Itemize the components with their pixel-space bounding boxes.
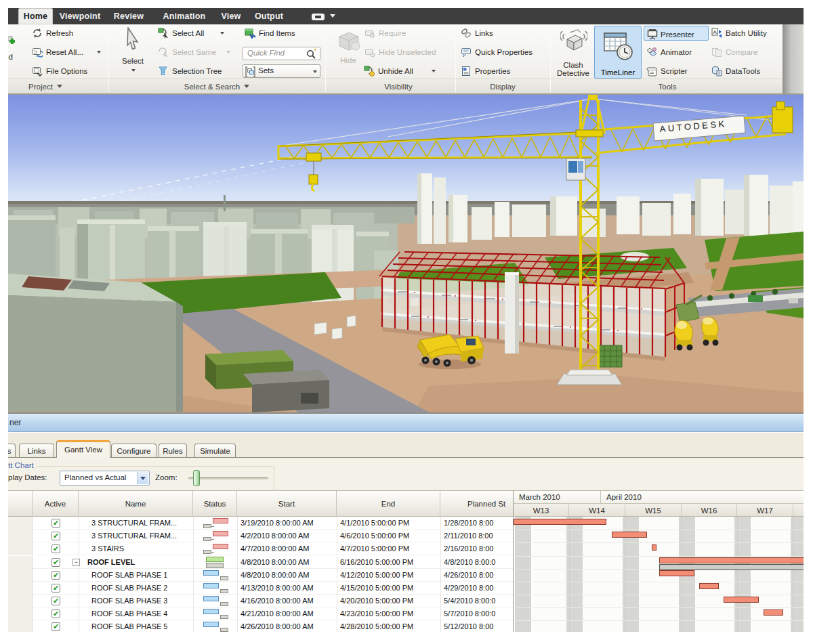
select-same-button[interactable]: Select Same: [158, 46, 239, 58]
gantt-view-body: tt Chart play Dates: Planned vs Actual Z…: [8, 458, 804, 632]
tab-gantt-view[interactable]: Gantt View: [56, 440, 110, 458]
active-checkbox[interactable]: [51, 584, 60, 593]
task-start: 4/2/2010 8:00:00 AM: [241, 532, 335, 540]
ribbon-tab-view[interactable]: View: [219, 8, 243, 24]
compare-button[interactable]: Compare: [711, 46, 772, 58]
header-status[interactable]: Status: [193, 491, 237, 517]
task-row[interactable]: ROOF SLAB PHASE 4 4/21/2010 8:00:00 AM4/…: [8, 607, 513, 620]
tab-tasks-partial[interactable]: s: [8, 444, 16, 458]
expander-icon[interactable]: −: [72, 559, 80, 566]
task-row[interactable]: 3 STRUCTURAL FRAM... 3/19/2010 8:00:00 A…: [8, 517, 513, 530]
gantt-header: March 2010April 2010W13W14W15W16W17: [513, 490, 804, 517]
task-row[interactable]: 3 STRUCTURAL FRAM... 4/2/2010 8:00:00 AM…: [8, 530, 513, 542]
zoom-slider-thumb[interactable]: [193, 470, 200, 486]
active-checkbox[interactable]: [51, 622, 60, 631]
timeliner-titlebar[interactable]: ner: [8, 414, 804, 432]
task-row[interactable]: ROOF SLAB PHASE 5 4/26/2010 8:00:00 AM4/…: [8, 620, 513, 632]
unhide-all-button[interactable]: Unhide All: [364, 65, 442, 77]
active-checkbox[interactable]: [51, 571, 60, 580]
sets-dropdown[interactable]: Sets: [243, 64, 320, 78]
scripter-button[interactable]: Scripter: [646, 65, 707, 77]
viewport-3d-scene[interactable]: AUTODESK: [8, 95, 804, 412]
append-button-partial[interactable]: nd: [8, 26, 18, 77]
combo-dropdown-icon[interactable]: [137, 472, 148, 484]
active-checkbox[interactable]: [51, 609, 60, 618]
task-row[interactable]: ROOF SLAB PHASE 1 4/8/2010 8:00:00 AM4/1…: [8, 569, 513, 582]
quick-properties-button[interactable]: Quick Properties: [461, 46, 549, 58]
row-selector[interactable]: [8, 582, 33, 595]
properties-button[interactable]: Properties: [461, 65, 535, 77]
zoom-slider-track[interactable]: [188, 477, 268, 479]
gantt-bar-planned[interactable]: [659, 564, 804, 570]
gantt-bar-actual[interactable]: [612, 532, 647, 538]
ribbon-tab-review[interactable]: Review: [112, 8, 145, 24]
table-header: Active Name Status Start End Planned St: [8, 490, 513, 517]
gantt-bar-actual[interactable]: [724, 597, 759, 603]
timeliner-button-selected[interactable]: TimeLiner: [594, 26, 642, 79]
ribbon-tab-output[interactable]: Output: [253, 8, 285, 24]
gantt-bar-actual[interactable]: [659, 557, 804, 563]
select-button[interactable]: Select: [115, 26, 150, 77]
presenter-button-selected[interactable]: Presenter: [644, 26, 709, 41]
file-options-button[interactable]: File Options: [32, 65, 120, 77]
active-checkbox[interactable]: [51, 544, 60, 553]
row-selector[interactable]: [8, 607, 33, 620]
ribbon-tab-home[interactable]: Home: [18, 8, 53, 24]
clash-detective-button[interactable]: Clash Detective: [554, 26, 592, 79]
row-selector[interactable]: [8, 569, 33, 582]
refresh-button[interactable]: Refresh: [32, 27, 113, 39]
render-movie-icon[interactable]: [312, 14, 325, 20]
row-selector[interactable]: [8, 530, 33, 542]
active-checkbox[interactable]: [51, 532, 60, 540]
tab-configure[interactable]: Configure: [111, 444, 157, 458]
ribbon-right-filler: [783, 24, 804, 93]
ribbon-overflow-caret[interactable]: [330, 14, 335, 18]
row-selector[interactable]: [8, 620, 33, 632]
header-active[interactable]: Active: [33, 491, 79, 517]
links-button[interactable]: Links: [461, 27, 508, 39]
header-start[interactable]: Start: [237, 491, 337, 517]
task-row[interactable]: −ROOF LEVEL 4/8/2010 8:00:00 AM6/16/2010…: [8, 556, 513, 569]
datatools-button[interactable]: DataTools: [711, 65, 772, 77]
select-all-button[interactable]: Select All: [158, 27, 232, 39]
row-selector[interactable]: [8, 556, 33, 569]
gantt-bar-actual[interactable]: [514, 519, 606, 525]
task-row[interactable]: ROOF SLAB PHASE 3 4/16/2010 8:00:00 AM4/…: [8, 595, 513, 607]
require-button[interactable]: Require: [364, 27, 425, 39]
scripter-icon: [646, 66, 657, 77]
task-row[interactable]: ROOF SLAB PHASE 2 4/13/2010 8:00:00 AM4/…: [8, 582, 513, 595]
gantt-bar-actual[interactable]: [652, 544, 656, 551]
header-name[interactable]: Name: [79, 491, 193, 517]
ribbon-tab-viewpoint[interactable]: Viewpoint: [58, 8, 102, 24]
find-items-button[interactable]: Find Items: [245, 27, 312, 39]
gantt-bar-actual[interactable]: [764, 609, 783, 616]
row-selector[interactable]: [8, 542, 33, 555]
task-row[interactable]: 3 STAIRS 4/7/2010 8:00:00 AM4/7/2010 5:0…: [8, 542, 513, 555]
header-planned-start[interactable]: Planned St: [440, 491, 513, 517]
hide-button[interactable]: Hide: [332, 26, 364, 77]
ribbon-tab-animation[interactable]: Animation: [161, 8, 207, 24]
tab-links[interactable]: Links: [19, 444, 54, 458]
quick-find-input[interactable]: Quick Find: [243, 47, 320, 60]
animator-button[interactable]: Animator: [646, 46, 707, 58]
tab-rules[interactable]: Rules: [159, 444, 187, 458]
group-label-select-search[interactable]: Select & Search: [169, 81, 264, 92]
batch-utility-button[interactable]: A Batch Utility: [711, 27, 779, 39]
gantt-chart[interactable]: [513, 517, 804, 632]
reset-all-button[interactable]: Reset All...: [32, 46, 120, 58]
header-end[interactable]: End: [337, 491, 440, 517]
group-label-project[interactable]: Project: [16, 81, 75, 92]
active-checkbox[interactable]: [51, 558, 60, 567]
row-selector[interactable]: [8, 595, 33, 607]
tab-simulate[interactable]: Simulate: [194, 444, 236, 458]
hide-unselected-button[interactable]: Hide Unselected: [364, 46, 446, 58]
gantt-bar-actual[interactable]: [659, 570, 694, 576]
selection-tree-button[interactable]: Selection Tree: [158, 65, 239, 77]
quick-find-search-icon[interactable]: [306, 48, 318, 62]
row-selector[interactable]: [8, 517, 33, 530]
gantt-bar-actual[interactable]: [699, 583, 719, 589]
active-checkbox[interactable]: [51, 519, 60, 528]
gantt-month-label: March 2010: [514, 491, 601, 504]
display-dates-select[interactable]: Planned vs Actual: [60, 471, 150, 486]
active-checkbox[interactable]: [51, 597, 60, 605]
